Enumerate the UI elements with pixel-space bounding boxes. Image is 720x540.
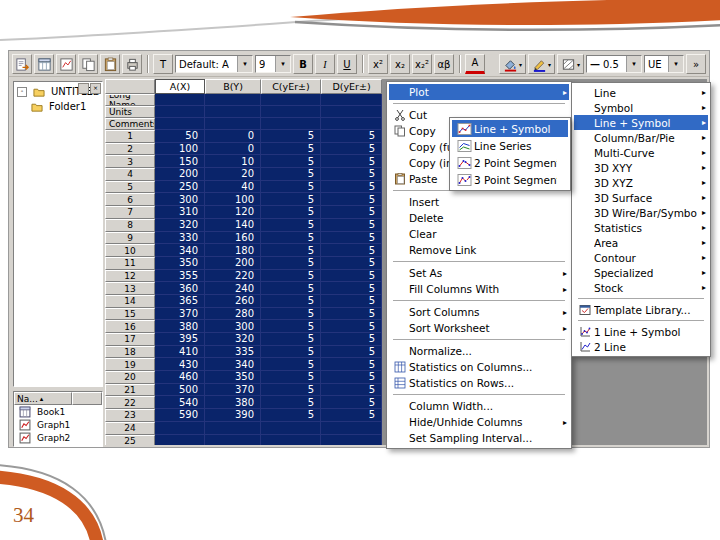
cell[interactable]: 355: [155, 270, 205, 283]
files-column-extra[interactable]: [72, 392, 102, 405]
fill-color-button[interactable]: ▾: [499, 54, 526, 74]
cell[interactable]: 335: [205, 346, 261, 359]
cell[interactable]: 350: [205, 371, 261, 384]
menu-item[interactable]: 3 Point Segment ▸: [452, 171, 568, 188]
files-column-name[interactable]: Na... ▴: [14, 392, 72, 405]
column-header-c[interactable]: C(yEr±): [261, 79, 321, 94]
menu-item[interactable]: 3D Surface ▸: [574, 190, 708, 205]
cell[interactable]: 5: [261, 320, 321, 333]
cell[interactable]: 20: [205, 168, 261, 181]
cell[interactable]: 0: [205, 130, 261, 143]
menu-item[interactable]: Specialized ▸: [574, 265, 708, 280]
row-header[interactable]: 4: [105, 168, 155, 181]
row-header[interactable]: 9: [105, 232, 155, 245]
cell[interactable]: 5: [321, 181, 382, 194]
row-header[interactable]: 25: [105, 435, 155, 446]
print-icon[interactable]: [122, 54, 142, 74]
pattern-button[interactable]: ▾: [557, 54, 584, 74]
project-file-row[interactable]: Book1: [14, 405, 102, 418]
copy-toolbar-icon[interactable]: [78, 54, 98, 74]
cell[interactable]: 140: [205, 219, 261, 232]
cell[interactable]: 10: [205, 155, 261, 168]
menu-item[interactable]: Contour ▸: [574, 250, 708, 265]
cell[interactable]: 5: [321, 130, 382, 143]
cell[interactable]: [321, 118, 382, 130]
cell[interactable]: [321, 94, 382, 106]
cell[interactable]: 5: [261, 155, 321, 168]
menu-item[interactable]: Template Library... ▸: [574, 302, 708, 317]
cell[interactable]: 5: [321, 257, 382, 270]
label-row-header[interactable]: Units: [105, 106, 155, 118]
cell[interactable]: 460: [155, 371, 205, 384]
menu-item[interactable]: Normalize... ▸: [389, 343, 569, 359]
import-wizard-icon[interactable]: [12, 54, 32, 74]
cell[interactable]: 50: [155, 130, 205, 143]
row-header[interactable]: 22: [105, 396, 155, 409]
cell[interactable]: 0: [205, 143, 261, 156]
dropdown-arrow-icon[interactable]: ▾: [275, 56, 290, 72]
cell[interactable]: 5: [261, 371, 321, 384]
font-size-combo[interactable]: 9 ▾: [255, 55, 291, 73]
menu-item[interactable]: Line ▸: [574, 85, 708, 100]
cell[interactable]: [261, 435, 321, 446]
cell[interactable]: 200: [205, 257, 261, 270]
cell[interactable]: 5: [321, 206, 382, 219]
row-header[interactable]: 18: [105, 346, 155, 359]
row-header[interactable]: 3: [105, 155, 155, 168]
cell[interactable]: 5: [261, 308, 321, 321]
menu-item[interactable]: Set Sampling Interval... ▸: [389, 430, 569, 446]
cell[interactable]: 5: [261, 396, 321, 409]
column-header-d[interactable]: D(yEr±): [321, 79, 382, 94]
cell[interactable]: [155, 106, 205, 118]
row-header[interactable]: 8: [105, 219, 155, 232]
corner-cell[interactable]: [105, 79, 155, 94]
cell[interactable]: [205, 118, 261, 130]
project-file-row[interactable]: Graph1: [14, 418, 102, 431]
menu-item[interactable]: Column Width... ▸: [389, 398, 569, 414]
menu-item[interactable]: Set As ▸: [389, 265, 569, 281]
style-combo[interactable]: Default: A ▾: [175, 55, 253, 73]
cell[interactable]: 200: [155, 168, 205, 181]
cell[interactable]: 5: [261, 333, 321, 346]
row-header[interactable]: 2: [105, 143, 155, 156]
cell[interactable]: 5: [321, 384, 382, 397]
cell[interactable]: 370: [205, 384, 261, 397]
cell[interactable]: 5: [261, 346, 321, 359]
cell[interactable]: 5: [261, 295, 321, 308]
menu-item[interactable]: Remove Link ▸: [389, 242, 569, 258]
cell[interactable]: 220: [205, 270, 261, 283]
bold-button[interactable]: B: [293, 54, 313, 74]
cell[interactable]: 430: [155, 358, 205, 371]
menu-item[interactable]: Multi-Curve ▸: [574, 145, 708, 160]
cell[interactable]: 120: [205, 206, 261, 219]
cell[interactable]: [155, 94, 205, 106]
cell[interactable]: 40: [205, 181, 261, 194]
label-row-header[interactable]: Long Name: [105, 94, 155, 106]
cell[interactable]: 5: [321, 168, 382, 181]
row-header[interactable]: 5: [105, 181, 155, 194]
cell[interactable]: [261, 106, 321, 118]
menu-item[interactable]: Statistics on Rows... ▸: [389, 375, 569, 391]
cell[interactable]: 5: [321, 155, 382, 168]
cell[interactable]: 5: [261, 168, 321, 181]
menu-item[interactable]: Hide/Unhide Columns ▸: [389, 414, 569, 430]
row-header[interactable]: 12: [105, 270, 155, 283]
menu-item[interactable]: Stock ▸: [574, 280, 708, 295]
cell[interactable]: 5: [321, 371, 382, 384]
cell[interactable]: 5: [261, 409, 321, 422]
cell[interactable]: 5: [321, 244, 382, 257]
cell[interactable]: 5: [261, 219, 321, 232]
cell[interactable]: 280: [205, 308, 261, 321]
cell[interactable]: 250: [155, 181, 205, 194]
menu-item[interactable]: 2 Point Segment ▸: [452, 154, 568, 171]
cell[interactable]: 330: [155, 232, 205, 245]
menu-item[interactable]: Line + Symbol ▸: [574, 115, 708, 130]
cell[interactable]: 390: [205, 409, 261, 422]
menu-item[interactable]: Line Series ▸: [452, 137, 568, 154]
cell[interactable]: 5: [321, 333, 382, 346]
row-header[interactable]: 10: [105, 244, 155, 257]
cell[interactable]: 5: [261, 384, 321, 397]
dropdown-arrow-icon[interactable]: ▾: [626, 56, 641, 72]
menu-item[interactable]: Fill Columns With ▸: [389, 281, 569, 297]
dropdown-arrow-icon[interactable]: ▾: [237, 56, 252, 72]
